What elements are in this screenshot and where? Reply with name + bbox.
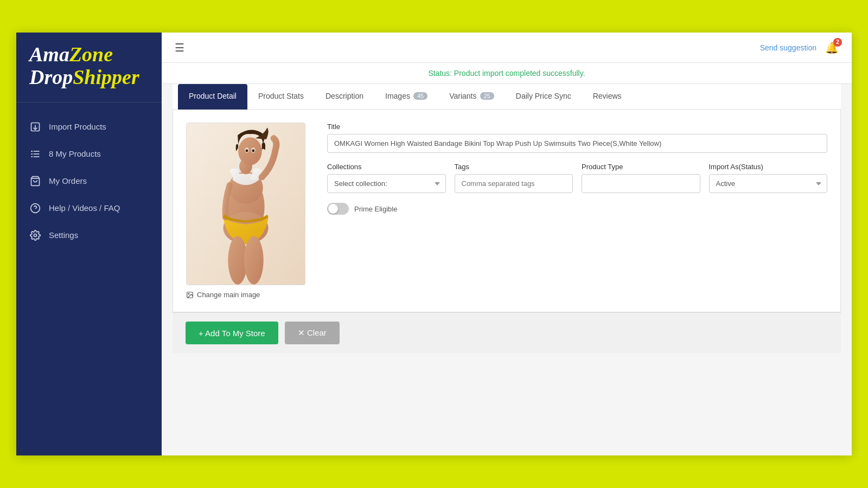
svg-point-2: [31, 150, 33, 152]
collections-label: Collections: [327, 163, 446, 171]
tab-variants[interactable]: Variants 25: [438, 84, 505, 110]
tab-product-stats[interactable]: Product Stats: [247, 84, 315, 110]
tab-description[interactable]: Description: [315, 84, 374, 110]
add-to-store-button[interactable]: + Add To My Store: [186, 322, 278, 344]
change-image-label: Change main image: [197, 291, 260, 299]
notification-bell[interactable]: 🔔 2: [825, 41, 839, 54]
product-image-col: Change main image: [186, 123, 311, 299]
svg-point-27: [188, 293, 189, 294]
title-group: Title: [327, 123, 827, 153]
variants-badge: 25: [480, 92, 494, 100]
main-content: ☰ Send suggestion 🔔 2 Status: Product im…: [162, 33, 852, 455]
form-row-fields: Collections Select collection: Tags P: [327, 163, 827, 193]
import-icon: [29, 121, 41, 133]
sidebar-label-settings: Settings: [49, 230, 78, 240]
tab-product-detail[interactable]: Product Detail: [178, 84, 247, 110]
sidebar-label-import: Import Products: [49, 122, 106, 131]
import-status-label: Import As(Status): [709, 163, 828, 171]
tags-col: Tags: [455, 163, 573, 193]
svg-point-11: [34, 234, 37, 236]
title-label: Title: [327, 123, 827, 131]
bag-icon: [29, 175, 41, 187]
gear-icon: [29, 229, 41, 241]
sidebar-label-help: Help / Videos / FAQ: [49, 203, 120, 213]
list-icon: [29, 148, 41, 160]
add-to-store-label: + Add To My Store: [199, 329, 265, 338]
notification-badge: 2: [833, 38, 842, 47]
content-area: Product Detail Product Stats Description…: [162, 84, 852, 455]
sidebar-item-settings[interactable]: Settings: [16, 222, 162, 249]
top-bar-right: Send suggestion 🔔 2: [760, 41, 839, 54]
svg-point-16: [244, 236, 264, 284]
prime-eligible-toggle[interactable]: [327, 203, 349, 215]
nav-menu: Import Products 8 My Products: [16, 102, 162, 455]
sidebar: AmaZone DropShipper Import Products: [16, 33, 162, 455]
product-form-col: Title Collections Select collection:: [327, 123, 827, 215]
clear-label: ✕ Clear: [298, 328, 327, 338]
hamburger-button[interactable]: ☰: [175, 41, 184, 54]
svg-point-24: [246, 149, 248, 152]
svg-point-4: [31, 153, 33, 155]
collections-col: Collections Select collection:: [327, 163, 446, 193]
product-type-label: Product Type: [582, 163, 700, 171]
tab-reviews[interactable]: Reviews: [582, 84, 633, 110]
tab-daily-price-sync[interactable]: Daily Price Sync: [505, 84, 582, 110]
import-status-select[interactable]: Active Draft: [709, 174, 828, 193]
product-type-col: Product Type: [582, 163, 700, 193]
sidebar-item-my-products[interactable]: 8 My Products: [16, 140, 162, 168]
help-icon: [29, 202, 41, 214]
product-detail-row: Change main image Title Collections: [186, 123, 827, 299]
panel-body: Change main image Title Collections: [173, 110, 841, 312]
sidebar-item-import-products[interactable]: Import Products: [16, 113, 162, 140]
svg-line-18: [238, 158, 239, 169]
import-status-col: Import As(Status) Active Draft: [709, 163, 828, 193]
send-suggestion-link[interactable]: Send suggestion: [760, 43, 816, 52]
prime-eligible-label: Prime Eligible: [354, 205, 397, 213]
status-bar: Status: Product import completed success…: [162, 63, 852, 84]
tags-input[interactable]: [455, 174, 573, 193]
tabs-row: Product Detail Product Stats Description…: [173, 84, 841, 110]
tab-images[interactable]: Images 45: [374, 84, 438, 110]
clear-button[interactable]: ✕ Clear: [285, 322, 340, 344]
product-type-input[interactable]: [582, 174, 700, 193]
sidebar-item-help[interactable]: Help / Videos / FAQ: [16, 195, 162, 222]
sidebar-label-my-products: 8 My Products: [49, 149, 101, 158]
svg-point-6: [31, 156, 33, 157]
svg-point-21: [238, 137, 262, 165]
sidebar-item-my-orders[interactable]: My Orders: [16, 168, 162, 195]
tags-label: Tags: [455, 163, 573, 171]
status-message: Status: Product import completed success…: [428, 69, 585, 78]
sidebar-label-my-orders: My Orders: [49, 176, 87, 185]
images-badge: 45: [413, 92, 427, 100]
product-image: [186, 123, 305, 285]
prime-eligible-row: Prime Eligible: [327, 203, 827, 215]
svg-point-25: [252, 149, 254, 152]
app-logo: AmaZone DropShipper: [29, 43, 149, 89]
bottom-bar: + Add To My Store ✕ Clear: [173, 312, 841, 353]
change-image-link[interactable]: Change main image: [186, 291, 311, 299]
collections-select[interactable]: Select collection:: [327, 174, 446, 193]
title-input[interactable]: [327, 134, 827, 153]
top-bar: ☰ Send suggestion 🔔 2: [162, 33, 852, 63]
logo-area: AmaZone DropShipper: [16, 33, 162, 102]
